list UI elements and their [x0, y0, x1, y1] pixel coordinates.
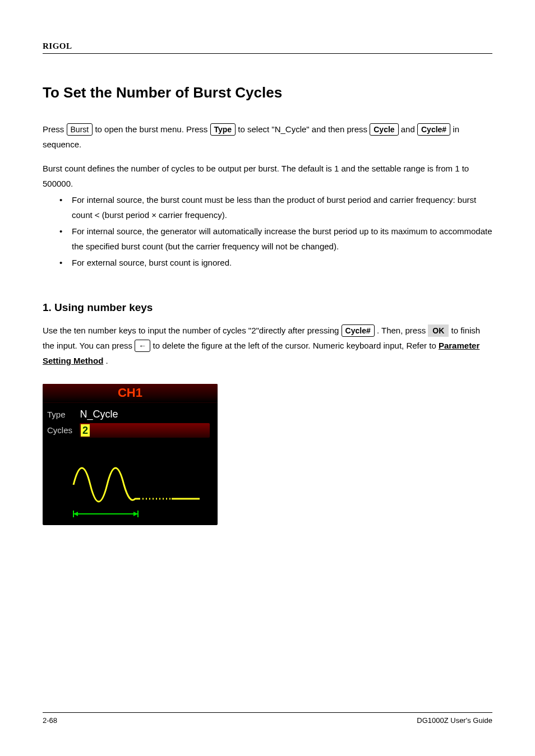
footer-doc-title: DG1000Z User's Guide: [417, 716, 492, 725]
p1-text-a: Press: [43, 124, 67, 134]
p1-text-d: and: [401, 124, 417, 134]
p1-text-b: to open the burst menu. Press: [95, 124, 210, 134]
subheading: 1. Using number keys: [43, 302, 492, 314]
header-brand: RIGOL: [43, 41, 492, 51]
list-item-1: For internal source, the burst count mus…: [43, 192, 492, 222]
cycle-key: Cycle: [370, 123, 398, 136]
footer-page-number: 2-68: [43, 716, 57, 725]
cyclenum-key: Cycle#: [417, 123, 450, 136]
type-key: Type: [210, 123, 236, 136]
list-item-2: For internal source, the generator will …: [43, 224, 492, 254]
paragraph-3: Use the ten number keys to input the num…: [43, 323, 492, 368]
page-footer: 2-68 DG1000Z User's Guide: [43, 712, 492, 725]
lcd-waveform-icon: [43, 384, 218, 525]
back-key: ←: [135, 340, 150, 352]
ok-softkey: OK: [428, 324, 449, 337]
header-rule: [43, 53, 492, 54]
p3-text-d: to delete the figure at the left of the …: [153, 341, 438, 350]
burst-key: Burst: [67, 123, 93, 136]
footer-rule: [43, 712, 492, 713]
p3-text-e: .: [106, 356, 108, 365]
list-item-3: For external source, burst count is igno…: [43, 255, 492, 270]
p3-text-a: Use the ten number keys to input the num…: [43, 326, 342, 335]
p1-text-c: to select "N_Cycle" and then press: [238, 124, 370, 134]
svg-marker-6: [73, 512, 78, 516]
paragraph-1: Press Burst to open the burst menu. Pres…: [43, 122, 492, 152]
svg-marker-5: [133, 512, 138, 516]
lcd-screenshot: CH1 Type N_Cycle Cycles 2: [43, 384, 218, 525]
page-title: To Set the Number of Burst Cycles: [43, 84, 492, 101]
cyclenum-key-2: Cycle#: [342, 324, 375, 337]
p3-text-b: . Then, press: [377, 326, 428, 335]
paragraph-2: Burst count defines the number of cycles…: [43, 161, 492, 191]
